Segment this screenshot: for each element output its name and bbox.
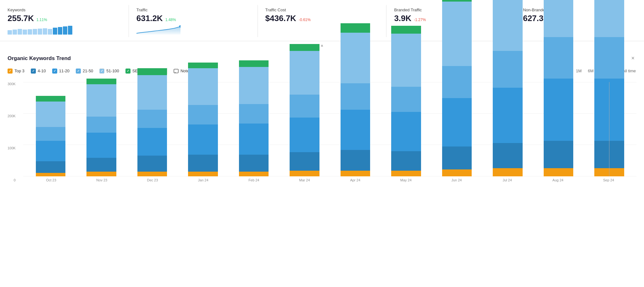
metric-branded-change: -1.27% [414, 18, 426, 22]
metric-keywords-label: Keywords [8, 8, 121, 12]
metric-traffic-cost-label: Traffic Cost [265, 8, 379, 12]
mini-bar [33, 29, 37, 35]
bar-group[interactable] [127, 82, 177, 176]
stacked-bar [290, 44, 319, 176]
x-label: Feb 24 [229, 178, 279, 182]
bar-segment [594, 37, 624, 79]
bar-segment [442, 66, 472, 98]
bar-segment [493, 143, 523, 168]
bar-segment [36, 173, 66, 176]
time-1m[interactable]: 1M [575, 67, 582, 75]
bar-segment [341, 150, 370, 171]
bar-group[interactable] [330, 82, 380, 176]
bar-segment [391, 112, 421, 151]
mini-bar [63, 26, 67, 35]
bar-segment [86, 84, 116, 116]
checkbox-51-100: ✓ [99, 69, 104, 74]
time-6m[interactable]: 6M [587, 67, 594, 75]
bar-segment [341, 83, 370, 110]
keywords-mini-chart [8, 26, 121, 35]
bar-segment [341, 23, 370, 32]
filter-divider [167, 68, 167, 74]
bar-segment [239, 60, 269, 67]
stacked-bar [493, 0, 523, 176]
bar-segment [239, 124, 269, 155]
bar-segment [290, 95, 319, 118]
filter-4-10-label: 4-10 [38, 69, 46, 73]
bar-segment [86, 158, 116, 172]
stacked-bar [544, 0, 574, 176]
stacked-bar [36, 96, 66, 176]
filter-top3[interactable]: ✓ Top 3 [8, 69, 25, 74]
metric-traffic-label: Traffic [136, 8, 250, 12]
bar-group[interactable] [77, 82, 126, 176]
bar-segment [188, 172, 218, 176]
bar-segment [36, 127, 66, 141]
bar-segment [86, 172, 116, 176]
filter-21-50-label: 21-50 [83, 69, 93, 73]
bar-segment [493, 88, 523, 143]
bar-segment [290, 152, 319, 171]
bar-group[interactable] [26, 82, 75, 176]
bar-segment [544, 0, 574, 37]
filter-top3-label: Top 3 [14, 69, 25, 73]
bar-segment [391, 87, 421, 112]
metric-traffic-cost-value: $436.7K [265, 14, 296, 23]
bar-segment [239, 104, 269, 124]
metric-non-branded: Non-Branded Traffic 627.3K 1.5% [515, 5, 644, 37]
bars-container [23, 82, 636, 176]
metric-keywords: Keywords 255.7K 1.11% [0, 5, 129, 37]
stacked-bar [391, 26, 421, 176]
x-label: Sep 24 [583, 178, 634, 182]
bar-segment [188, 155, 218, 172]
bar-segment [290, 118, 319, 152]
bar-group[interactable] [229, 82, 279, 176]
bar-group[interactable] [534, 82, 583, 176]
bar-segment [239, 155, 269, 172]
bar-segment [137, 128, 167, 156]
bar-segment [36, 161, 66, 173]
bar-segment [442, 169, 472, 176]
y-label-300k: 300K [8, 82, 16, 86]
bar-group[interactable] [178, 82, 228, 176]
bar-segment [188, 124, 218, 154]
bar-group[interactable] [381, 82, 431, 176]
mini-bar [18, 29, 22, 35]
stacked-bar [341, 23, 370, 176]
filter-51-100[interactable]: ✓ 51-100 [99, 69, 119, 74]
bar-segment [442, 2, 472, 66]
stacked-bar [594, 0, 624, 176]
filter-4-10[interactable]: ✓ 4-10 [31, 69, 46, 74]
mini-bar [28, 29, 32, 35]
mini-bar [38, 29, 42, 35]
mini-bar [8, 30, 12, 35]
checkbox-11-20: ✓ [52, 69, 57, 74]
bar-segment [493, 51, 523, 88]
bar-segment [341, 33, 370, 83]
bar-segment [391, 26, 421, 34]
bar-segment [594, 79, 624, 141]
bar-segment [86, 133, 116, 158]
bar-group[interactable] [483, 82, 533, 176]
bar-segment [544, 168, 574, 176]
filter-bar: ✓ Top 3 ✓ 4-10 ✓ 11-20 ✓ 21-50 ✓ 51-100 … [8, 67, 636, 75]
bar-segment [137, 156, 167, 172]
filter-21-50[interactable]: ✓ 21-50 [76, 69, 93, 74]
mini-bar [23, 30, 27, 35]
bar-group[interactable] [432, 82, 482, 176]
bar-segment [137, 75, 167, 110]
bar-segment [391, 151, 421, 171]
bar-segment [442, 146, 472, 169]
filter-11-20[interactable]: ✓ 11-20 [52, 69, 69, 74]
bar-segment [86, 79, 116, 84]
y-label-0: 0 [14, 178, 16, 182]
bar-segment [391, 171, 421, 176]
close-button[interactable]: × [629, 54, 636, 62]
mini-bar [13, 30, 17, 35]
filter-51-100-label: 51-100 [106, 69, 119, 73]
bar-group[interactable] [585, 82, 634, 176]
bar-group[interactable] [280, 82, 330, 176]
bar-segment [290, 171, 319, 176]
x-label: Oct 23 [26, 178, 76, 182]
svg-rect-1 [174, 69, 178, 73]
